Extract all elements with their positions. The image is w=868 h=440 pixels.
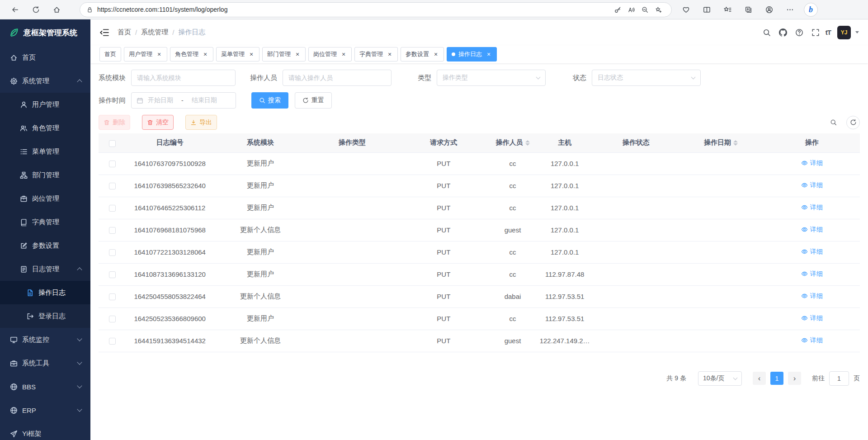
browser-profile-icon[interactable] (761, 2, 777, 17)
sidebar-item[interactable]: 日志管理 (0, 257, 90, 281)
column-header[interactable]: 操作人员 (490, 133, 535, 152)
sidebar-item[interactable]: 字典管理 (0, 210, 90, 234)
detail-link[interactable]: 详细 (801, 314, 823, 322)
close-tab-icon[interactable]: × (202, 51, 208, 57)
browser-essentials-icon[interactable] (678, 2, 693, 17)
collapse-sidebar-icon[interactable] (99, 28, 109, 38)
detail-link[interactable]: 详细 (801, 292, 823, 300)
detail-link[interactable]: 详细 (801, 203, 823, 212)
help-icon[interactable] (793, 26, 806, 39)
sidebar-item[interactable]: 用户管理 (0, 93, 90, 116)
fullscreen-icon[interactable] (809, 26, 822, 39)
sort-caret-icon[interactable] (525, 140, 530, 146)
detail-link[interactable]: 详细 (801, 248, 823, 256)
row-checkbox[interactable] (109, 271, 116, 278)
delete-button[interactable]: 删除 (99, 115, 130, 130)
type-select[interactable]: 操作类型 (437, 70, 546, 86)
tab-page[interactable]: 用户管理× (124, 47, 167, 62)
sidebar-item[interactable]: 系统管理 (0, 69, 90, 93)
sidebar-item[interactable]: 部门管理 (0, 163, 90, 187)
row-checkbox[interactable] (109, 316, 116, 322)
user-avatar[interactable]: YJ (837, 26, 851, 39)
sort-caret-icon[interactable] (733, 140, 738, 146)
row-checkbox[interactable] (109, 161, 116, 167)
date-range-picker[interactable]: 开始日期 - 结束日期 (131, 92, 236, 109)
sidebar-item[interactable]: 操作日志 (0, 281, 90, 304)
status-select[interactable]: 日志状态 (592, 70, 701, 86)
zoom-out-icon[interactable] (638, 4, 651, 15)
prev-page-button[interactable]: ‹ (753, 372, 766, 385)
close-tab-icon[interactable]: × (294, 51, 301, 57)
close-tab-icon[interactable]: × (486, 51, 492, 57)
browser-more-icon[interactable] (782, 2, 797, 17)
goto-page-input[interactable] (829, 371, 849, 386)
header-search-icon[interactable] (760, 26, 773, 39)
sidebar-item[interactable]: 系统监控 (0, 328, 90, 351)
refresh-table-button[interactable] (846, 116, 860, 129)
sidebar-item[interactable]: BBS (0, 375, 90, 398)
hide-search-button[interactable] (826, 116, 840, 129)
tab-page[interactable]: 操作日志× (447, 47, 497, 62)
tab-page[interactable]: 参数设置× (401, 47, 444, 62)
sidebar-item[interactable]: 角色管理 (0, 116, 90, 140)
browser-reload-icon[interactable] (28, 2, 43, 17)
module-input[interactable] (131, 70, 236, 86)
tab-page[interactable]: 菜单管理× (216, 47, 259, 62)
detail-link[interactable]: 详细 (801, 159, 823, 167)
row-checkbox[interactable] (109, 183, 116, 189)
bing-copilot-icon[interactable]: b (804, 3, 818, 17)
export-button[interactable]: 导出 (185, 115, 217, 130)
close-tab-icon[interactable]: × (340, 51, 347, 57)
address-bar[interactable]: https://ccnetcore.com:1101/system/log/op… (80, 2, 672, 17)
breadcrumb-item-home[interactable]: 首页 (118, 28, 131, 37)
detail-link[interactable]: 详细 (801, 270, 823, 278)
sidebar-item[interactable]: Yi框架 (0, 422, 90, 440)
browser-home-icon[interactable] (49, 2, 64, 17)
collections-icon[interactable] (741, 2, 756, 17)
page-size-select[interactable]: 10条/页 (698, 371, 742, 386)
row-checkbox[interactable] (109, 205, 116, 212)
sidebar-item[interactable]: 系统工具 (0, 351, 90, 375)
read-aloud-icon[interactable] (624, 4, 638, 15)
close-tab-icon[interactable]: × (156, 51, 162, 57)
row-checkbox[interactable] (109, 249, 116, 256)
select-all-checkbox[interactable] (109, 140, 116, 147)
tab-page[interactable]: 角色管理× (170, 47, 213, 62)
close-tab-icon[interactable]: × (433, 51, 439, 57)
app-logo[interactable]: 意框架管理系统 (0, 19, 90, 46)
add-favorite-icon[interactable] (651, 4, 665, 15)
row-checkbox[interactable] (109, 293, 116, 300)
split-screen-icon[interactable] (699, 2, 714, 17)
tab-page[interactable]: 岗位管理× (308, 47, 352, 62)
password-key-icon[interactable] (611, 4, 624, 15)
sidebar-item[interactable]: ERP (0, 398, 90, 422)
column-header[interactable]: 操作日期 (678, 133, 764, 152)
sidebar-item[interactable]: 登录日志 (0, 304, 90, 328)
close-tab-icon[interactable]: × (387, 51, 393, 57)
operator-input[interactable] (283, 70, 392, 86)
browser-back-icon[interactable] (7, 2, 23, 17)
tab-page[interactable]: 部门管理× (262, 47, 306, 62)
next-page-button[interactable]: › (788, 372, 801, 385)
sidebar-item[interactable]: 参数设置 (0, 234, 90, 257)
row-checkbox[interactable] (109, 338, 116, 345)
favorites-icon[interactable] (720, 2, 735, 17)
breadcrumb-item-system[interactable]: 系统管理 (141, 28, 168, 37)
detail-link[interactable]: 详细 (801, 181, 823, 189)
page-number-button[interactable]: 1 (770, 372, 783, 385)
row-checkbox[interactable] (109, 227, 116, 234)
search-button[interactable]: 搜索 (251, 92, 288, 109)
font-size-icon[interactable]: tT (826, 28, 831, 36)
tab-home[interactable]: 首页 (99, 47, 121, 62)
close-tab-icon[interactable]: × (248, 51, 255, 57)
tab-page[interactable]: 字典管理× (354, 47, 398, 62)
detail-link[interactable]: 详细 (801, 336, 823, 345)
sidebar-item[interactable]: 首页 (0, 46, 90, 69)
detail-link[interactable]: 详细 (801, 226, 823, 234)
clear-button[interactable]: 清空 (142, 115, 174, 130)
github-icon[interactable] (777, 26, 789, 39)
avatar-caret-down-icon[interactable] (855, 31, 859, 33)
reset-button[interactable]: 重置 (295, 92, 332, 109)
sidebar-item[interactable]: 菜单管理 (0, 140, 90, 163)
sidebar-item[interactable]: 岗位管理 (0, 187, 90, 210)
